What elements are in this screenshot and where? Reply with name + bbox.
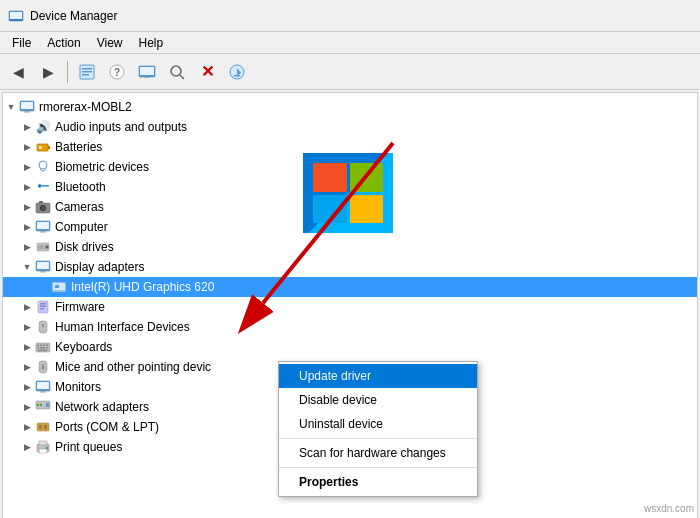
display-icon — [35, 259, 51, 275]
svg-rect-22 — [39, 146, 42, 149]
svg-rect-29 — [37, 222, 49, 229]
svg-point-58 — [42, 367, 45, 370]
context-sep2 — [279, 467, 477, 468]
tree-root[interactable]: rmorerax-MOBL2 — [3, 97, 697, 117]
menu-bar: File Action View Help — [0, 32, 700, 54]
cameras-label: Cameras — [55, 200, 104, 214]
ports-icon — [35, 419, 51, 435]
scan-icon — [168, 63, 186, 81]
svg-rect-70 — [39, 441, 47, 445]
svg-point-26 — [41, 206, 45, 210]
ports-arrow — [19, 419, 35, 435]
toolbar-help-btn[interactable]: ? — [103, 58, 131, 86]
keyboards-icon — [35, 339, 51, 355]
toolbar-forward-btn[interactable]: ▶ — [34, 58, 62, 86]
menu-file[interactable]: File — [4, 34, 39, 52]
context-sep1 — [279, 438, 477, 439]
menu-action[interactable]: Action — [39, 34, 88, 52]
svg-rect-49 — [40, 345, 42, 347]
mice-icon — [35, 359, 51, 375]
title-bar-title: Device Manager — [30, 9, 117, 23]
toolbar-monitor-btn[interactable] — [133, 58, 161, 86]
bluetooth-label: Bluetooth — [55, 180, 106, 194]
win-quad-tl — [313, 163, 347, 192]
svg-rect-1 — [10, 12, 22, 19]
biometric-arrow — [19, 159, 35, 175]
title-bar: Device Manager — [0, 0, 700, 32]
tree-item-firmware[interactable]: Firmware — [3, 297, 697, 317]
bluetooth-icon: ⭠ — [35, 179, 51, 195]
bluetooth-arrow — [19, 179, 35, 195]
print-arrow — [19, 439, 35, 455]
toolbar-back-btn[interactable]: ◀ — [4, 58, 32, 86]
svg-rect-66 — [37, 423, 49, 431]
svg-point-33 — [46, 246, 48, 248]
toolbar-properties-btn[interactable] — [73, 58, 101, 86]
computer-label: Computer — [55, 220, 108, 234]
toolbar-scan-btn[interactable] — [163, 58, 191, 86]
toolbar-update-btn[interactable] — [223, 58, 251, 86]
batteries-arrow — [19, 139, 35, 155]
tree-item-audio[interactable]: 🔊 Audio inputs and outputs — [3, 117, 697, 137]
print-icon — [35, 439, 51, 455]
firmware-icon — [35, 299, 51, 315]
tree-item-keyboards[interactable]: Keyboards — [3, 337, 697, 357]
title-bar-icon — [8, 8, 24, 24]
network-icon — [35, 399, 51, 415]
batteries-label: Batteries — [55, 140, 102, 154]
svg-rect-34 — [38, 245, 44, 249]
intel-label: Intel(R) UHD Graphics 620 — [71, 280, 214, 294]
update-icon — [228, 63, 246, 81]
context-disable-device[interactable]: Disable device — [279, 388, 477, 412]
svg-rect-5 — [82, 71, 92, 73]
tree-item-hid[interactable]: Human Interface Devices — [3, 317, 697, 337]
tree-item-disk[interactable]: Disk drives — [3, 237, 697, 257]
monitors-label: Monitors — [55, 380, 101, 394]
svg-rect-30 — [40, 231, 46, 233]
svg-rect-61 — [40, 391, 46, 393]
svg-point-63 — [37, 404, 39, 406]
context-uninstall-device[interactable]: Uninstall device — [279, 412, 477, 436]
svg-text:?: ? — [114, 67, 120, 78]
windows-logo — [313, 163, 383, 223]
svg-rect-20 — [37, 144, 48, 151]
toolbar-delete-btn[interactable]: ✕ — [193, 58, 221, 86]
svg-rect-71 — [39, 449, 47, 453]
win-quad-bl — [313, 195, 347, 224]
tree-item-display[interactable]: Display adapters — [3, 257, 697, 277]
monitors-icon — [35, 379, 51, 395]
svg-point-72 — [46, 447, 48, 449]
audio-arrow — [19, 119, 35, 135]
svg-rect-2 — [10, 19, 22, 21]
context-properties[interactable]: Properties — [279, 470, 477, 494]
context-scan-hardware[interactable]: Scan for hardware changes — [279, 441, 477, 465]
ports-label: Ports (COM & LPT) — [55, 420, 159, 434]
root-arrow — [3, 99, 19, 115]
toolbar: ◀ ▶ ? ✕ — [0, 54, 700, 90]
svg-rect-42 — [40, 303, 46, 305]
audio-icon: 🔊 — [35, 119, 51, 135]
svg-rect-18 — [21, 102, 33, 109]
toolbar-sep1 — [67, 61, 68, 83]
cameras-icon — [35, 199, 51, 215]
menu-view[interactable]: View — [89, 34, 131, 52]
display-arrow — [19, 259, 35, 275]
tree-item-intel[interactable]: Intel(R) UHD Graphics 620 — [3, 277, 697, 297]
root-label: rmorerax-MOBL2 — [39, 100, 132, 114]
cameras-arrow — [19, 199, 35, 215]
svg-rect-60 — [37, 382, 49, 389]
context-update-driver[interactable]: Update driver — [279, 364, 477, 388]
svg-rect-67 — [39, 425, 42, 429]
biometric-icon — [35, 159, 51, 175]
svg-rect-19 — [24, 111, 30, 113]
batteries-icon — [35, 139, 51, 155]
svg-line-13 — [180, 75, 184, 79]
hid-icon — [35, 319, 51, 335]
computer-arrow — [19, 219, 35, 235]
svg-rect-65 — [46, 403, 49, 407]
print-label: Print queues — [55, 440, 122, 454]
menu-help[interactable]: Help — [131, 34, 172, 52]
audio-label: Audio inputs and outputs — [55, 120, 187, 134]
svg-point-12 — [171, 66, 181, 76]
biometric-label: Biometric devices — [55, 160, 149, 174]
